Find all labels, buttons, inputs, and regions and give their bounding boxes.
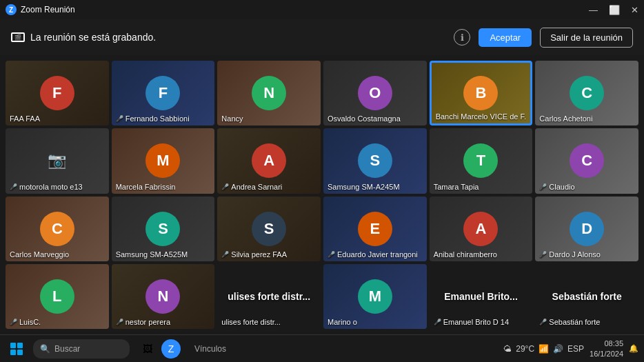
search-placeholder: Buscar <box>54 344 80 354</box>
taskbar: 🔍 Buscar 🖼 Z Vínculos 🌤 29°C 📶 🔊 ESP 08:… <box>0 334 644 362</box>
video-tile[interactable]: BBanchi Marcelo VICE de F... <box>430 61 533 125</box>
app-icon: Z <box>6 4 17 15</box>
video-tile[interactable]: D🎤Dardo J Alonso <box>535 197 638 261</box>
video-tile[interactable]: CCarlos Achetoni <box>535 61 638 125</box>
video-tile[interactable]: AAnibal chiramberro <box>430 197 533 261</box>
clock: 08:35 16/1/2024 <box>590 339 623 359</box>
topbar: 🎬 La reunión se está grabando. ℹ Aceptar… <box>0 19 644 55</box>
participant-name: ulises forte distr... <box>221 318 281 326</box>
video-tile[interactable]: MMarino o <box>323 264 427 329</box>
info-button[interactable]: ℹ <box>454 29 470 46</box>
video-tile[interactable]: NNancy <box>217 61 321 125</box>
participant-name: 🎤motorola moto e13 <box>10 183 83 191</box>
window-controls[interactable]: — ⬜ ✕ <box>589 5 638 15</box>
participant-name: Osvaldo Costamagna <box>328 114 401 123</box>
participant-name: Marino o <box>328 318 357 326</box>
close-button[interactable]: ✕ <box>631 5 638 15</box>
video-tile[interactable]: OOsvaldo Costamagna <box>323 61 427 125</box>
participant-name: Samsung SM-A245M <box>328 183 400 191</box>
participant-name: 🎤Eduardo Javier trangoni <box>328 250 418 259</box>
participant-name: Carlos Achetoni <box>539 114 592 123</box>
participant-name: 🎤Dardo J Alonso <box>539 250 601 259</box>
participant-name: Banchi Marcelo VICE de F... <box>436 112 527 121</box>
search-bar[interactable]: 🔍 Buscar <box>33 339 130 359</box>
leave-button[interactable]: Salir de la reunión <box>540 28 633 48</box>
participant-big-name: Emanuel Brito... <box>444 291 518 302</box>
video-tile[interactable]: ulises forte distr...ulises forte distr.… <box>217 264 321 329</box>
recording-icon: 🎬 <box>11 32 25 42</box>
recording-text: La reunión se está grabando. <box>30 32 156 43</box>
video-tile[interactable]: F🎤Fernando Sabbioni <box>112 61 215 125</box>
language-label: ESP <box>567 344 584 354</box>
taskbar-vinculos[interactable]: Vínculos <box>194 344 226 354</box>
temperature: 29°C <box>516 344 534 354</box>
video-grid: FFAA FAAF🎤Fernando SabbioniNNancyOOsvald… <box>0 55 644 334</box>
video-tile[interactable]: C🎤Claudio <box>535 128 638 193</box>
accept-button[interactable]: Aceptar <box>479 28 532 47</box>
participant-name: 🎤Fernando Sabbioni <box>116 114 190 123</box>
participant-name: Marcela Fabrissin <box>116 183 176 191</box>
participant-name: FAA FAA <box>10 114 40 123</box>
video-tile[interactable]: FFAA FAA <box>6 61 109 125</box>
network-icon: 📶 <box>539 344 549 354</box>
video-tile[interactable]: Sebastián forte🎤Sebastián forte <box>535 264 638 329</box>
video-tile[interactable]: MMarcela Fabrissin <box>112 128 215 193</box>
participant-name: 🎤Claudio <box>539 183 574 191</box>
participant-name: 🎤Andrea Sarnari <box>221 183 282 191</box>
participant-name: 🎤nestor perera <box>116 318 170 326</box>
video-tile[interactable]: N🎤nestor perera <box>112 264 215 329</box>
taskbar-app-zoom[interactable]: Z <box>161 339 181 359</box>
maximize-button[interactable]: ⬜ <box>609 5 620 15</box>
video-tile[interactable]: Emanuel Brito...🎤Emanuel Brito D 14 <box>430 264 533 329</box>
search-icon: 🔍 <box>40 344 50 354</box>
video-tile[interactable]: CCarlos Marveggio <box>6 197 109 261</box>
video-tile[interactable]: 📷🎤motorola moto e13 <box>6 128 109 193</box>
taskbar-apps: 🖼 Z <box>138 339 181 359</box>
window-title: Zoom Reunión <box>21 5 75 14</box>
participant-name: Anibal chiramberro <box>434 250 497 259</box>
participant-name: 🎤LuisC. <box>10 318 41 326</box>
weather-icon: 🌤 <box>503 344 512 354</box>
windows-icon <box>10 343 23 355</box>
participant-name: Nancy <box>221 114 243 123</box>
participant-name: 🎤Sebastián forte <box>539 318 600 326</box>
taskbar-app-photo[interactable]: 🖼 <box>138 339 157 359</box>
titlebar: Z Zoom Reunión — ⬜ ✕ <box>0 0 644 19</box>
participant-name: Carlos Marveggio <box>10 250 69 259</box>
notifications-icon[interactable]: 🔔 <box>629 344 638 353</box>
recording-notice: 🎬 La reunión se está grabando. <box>11 32 156 43</box>
participant-big-name: ulises forte distr... <box>228 291 310 302</box>
participant-name: Samsung SM-A525M <box>116 250 188 259</box>
video-tile[interactable]: S🎤Silvia perez FAA <box>217 197 321 261</box>
video-tile[interactable]: SSamsung SM-A525M <box>112 197 215 261</box>
video-tile[interactable]: SSamsung SM-A245M <box>323 128 427 193</box>
video-tile[interactable]: TTamara Tapia <box>430 128 533 193</box>
speaker-icon: 🔊 <box>553 344 563 354</box>
start-button[interactable] <box>6 338 28 360</box>
video-tile[interactable]: L🎤LuisC. <box>6 264 109 329</box>
minimize-button[interactable]: — <box>589 5 598 15</box>
participant-name: Tamara Tapia <box>434 183 479 191</box>
video-tile[interactable]: A🎤Andrea Sarnari <box>217 128 321 193</box>
system-tray: 🌤 29°C 📶 🔊 ESP <box>503 344 584 354</box>
time: 08:35 <box>590 339 623 348</box>
participant-name: 🎤Silvia perez FAA <box>221 250 287 259</box>
participant-big-name: Sebastián forte <box>552 291 622 302</box>
date: 16/1/2024 <box>590 349 623 359</box>
participant-name: 🎤Emanuel Brito D 14 <box>434 318 509 326</box>
taskbar-right: 🌤 29°C 📶 🔊 ESP 08:35 16/1/2024 🔔 <box>503 339 638 359</box>
topbar-right: ℹ Aceptar Salir de la reunión <box>454 28 633 48</box>
video-tile[interactable]: E🎤Eduardo Javier trangoni <box>323 197 427 261</box>
